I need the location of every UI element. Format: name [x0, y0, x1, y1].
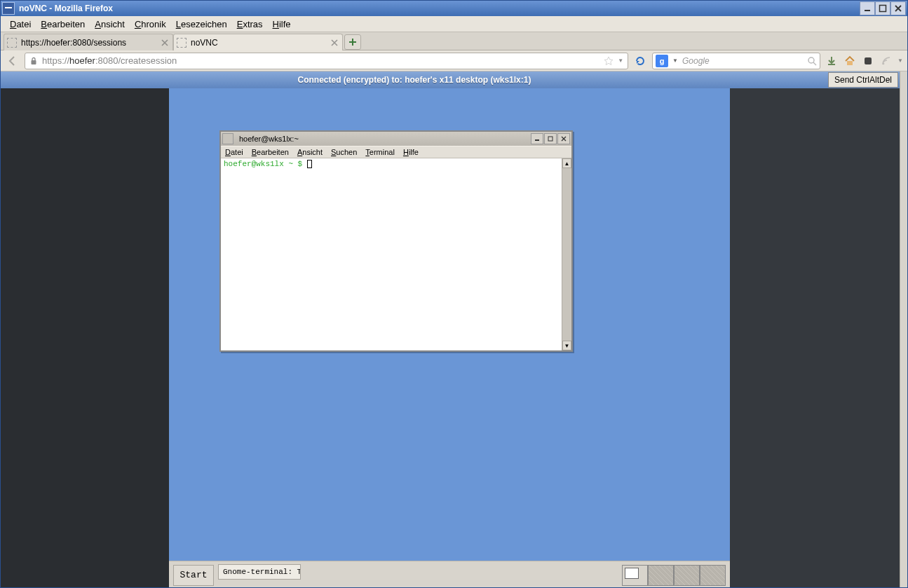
- menu-extras[interactable]: Extras: [232, 18, 268, 31]
- page-icon: [177, 38, 187, 48]
- system-menu-icon[interactable]: [2, 2, 15, 15]
- addon-button[interactable]: [861, 54, 875, 68]
- search-box[interactable]: g ▼ Google: [652, 53, 820, 69]
- menu-chronik[interactable]: Chronik: [130, 18, 171, 31]
- tab-title: https://hoefer:8080/sessions: [21, 38, 156, 48]
- novnc-status-text: Connected (encrypted) to: hoefer's x11 d…: [1, 75, 828, 85]
- terminal-body[interactable]: hoefer@wks1lx ~ $ ▲ ▼: [221, 158, 571, 350]
- terminal-cursor: [307, 160, 312, 168]
- tab-close-icon[interactable]: [330, 38, 339, 48]
- novnc-status-bar: Connected (encrypted) to: hoefer's x11 d…: [1, 71, 900, 88]
- nav-toolbar: https://hoefer:8080/createsession ▼ g ▼ …: [1, 50, 907, 71]
- close-button[interactable]: [890, 1, 906, 15]
- taskbar-item-terminal[interactable]: Gnome-terminal: Te: [218, 564, 301, 580]
- terminal-prompt: hoefer@wks1lx ~ $: [224, 160, 307, 168]
- workspace-4[interactable]: [700, 565, 726, 586]
- svg-rect-9: [535, 139, 539, 141]
- firefox-menubar: Datei Bearbeiten Ansicht Chronik Lesezei…: [1, 16, 907, 32]
- tab-close-icon[interactable]: [160, 38, 170, 48]
- menu-bearbeiten[interactable]: Bearbeiten: [36, 18, 90, 31]
- svg-point-4: [808, 57, 814, 63]
- svg-rect-6: [847, 61, 853, 65]
- downloads-button[interactable]: [825, 54, 839, 68]
- home-button[interactable]: [843, 54, 857, 68]
- bookmark-star-icon[interactable]: [604, 56, 614, 66]
- svg-rect-5: [828, 64, 835, 65]
- content-area: Connected (encrypted) to: hoefer's x11 d…: [1, 71, 907, 587]
- remote-desktop[interactable]: hoefer@wks1lx:~ Datei Bearbeiten Ansicht…: [169, 88, 730, 587]
- svg-rect-2: [880, 6, 886, 12]
- search-engine-dropdown-icon[interactable]: ▼: [672, 57, 678, 64]
- window-titlebar[interactable]: noVNC - Mozilla Firefox: [1, 1, 907, 16]
- minimize-button[interactable]: [860, 1, 875, 15]
- tab-strip: https://hoefer:8080/sessions noVNC: [1, 32, 907, 50]
- search-engine-icon[interactable]: g: [656, 55, 668, 67]
- menu-ansicht[interactable]: Ansicht: [90, 18, 130, 31]
- lock-icon: [29, 57, 38, 65]
- svg-rect-3: [32, 60, 36, 64]
- svg-rect-7: [865, 57, 872, 64]
- workspace-pager: [622, 565, 726, 586]
- new-tab-button[interactable]: [344, 34, 361, 50]
- dropdown-icon[interactable]: ▼: [618, 57, 623, 64]
- page-icon: [7, 38, 17, 48]
- menu-lesezeichen[interactable]: Lesezeichen: [171, 18, 232, 31]
- term-menu-bearbeiten[interactable]: Bearbeiten: [252, 148, 289, 156]
- search-placeholder: Google: [682, 56, 803, 66]
- term-menu-terminal[interactable]: Terminal: [365, 148, 395, 156]
- menu-hilfe[interactable]: Hilfe: [268, 18, 296, 31]
- toolbar-dropdown-icon[interactable]: ▼: [897, 57, 903, 64]
- terminal-scrollbar[interactable]: ▲ ▼: [562, 158, 571, 350]
- svg-rect-0: [5, 7, 12, 8]
- scroll-track[interactable]: [562, 168, 571, 341]
- svg-rect-10: [548, 137, 553, 141]
- feed-button[interactable]: [879, 54, 893, 68]
- remote-taskbar: Start Gnome-terminal: Te: [169, 561, 730, 587]
- terminal-close-button[interactable]: [557, 133, 570, 144]
- term-menu-suchen[interactable]: Suchen: [331, 148, 357, 156]
- workspace-2[interactable]: [648, 565, 674, 586]
- start-button[interactable]: Start: [173, 565, 214, 586]
- terminal-titlebar[interactable]: hoefer@wks1lx:~: [221, 132, 571, 146]
- terminal-window[interactable]: hoefer@wks1lx:~ Datei Bearbeiten Ansicht…: [219, 130, 573, 352]
- firefox-window: noVNC - Mozilla Firefox Datei Bearbeiten…: [0, 0, 908, 588]
- url-text: https://hoefer:8080/createsession: [42, 55, 599, 66]
- svg-rect-1: [865, 10, 870, 11]
- term-menu-datei[interactable]: Datei: [225, 148, 243, 156]
- reload-button[interactable]: [632, 53, 648, 69]
- tab-title: noVNC: [191, 38, 325, 48]
- workspace-3[interactable]: [674, 565, 700, 586]
- workspace-1[interactable]: [622, 565, 648, 586]
- menu-datei[interactable]: Datei: [5, 18, 36, 31]
- terminal-menubar: Datei Bearbeiten Ansicht Suchen Terminal…: [221, 146, 571, 158]
- terminal-minimize-button[interactable]: [531, 133, 543, 144]
- page-scrollbar[interactable]: [900, 71, 907, 587]
- scroll-down-icon[interactable]: ▼: [562, 341, 571, 350]
- search-icon[interactable]: [807, 56, 817, 66]
- term-menu-hilfe[interactable]: Hilfe: [403, 148, 419, 156]
- tab-sessions[interactable]: https://hoefer:8080/sessions: [4, 34, 173, 50]
- tab-novnc[interactable]: noVNC: [173, 34, 343, 50]
- terminal-text[interactable]: hoefer@wks1lx ~ $: [221, 158, 562, 350]
- send-ctrlaltdel-button[interactable]: Send CtrlAltDel: [828, 72, 898, 88]
- maximize-button[interactable]: [875, 1, 890, 15]
- svg-point-8: [883, 62, 885, 64]
- terminal-maximize-button[interactable]: [544, 133, 557, 144]
- remote-desktop-area[interactable]: hoefer@wks1lx:~ Datei Bearbeiten Ansicht…: [169, 88, 730, 561]
- scroll-up-icon[interactable]: ▲: [562, 158, 571, 168]
- url-bar[interactable]: https://hoefer:8080/createsession ▼: [25, 53, 628, 69]
- terminal-title: hoefer@wks1lx:~: [239, 135, 530, 143]
- back-button[interactable]: [5, 53, 20, 69]
- window-title: noVNC - Mozilla Firefox: [19, 4, 113, 13]
- terminal-system-icon[interactable]: [222, 133, 233, 144]
- term-menu-ansicht[interactable]: Ansicht: [297, 148, 323, 156]
